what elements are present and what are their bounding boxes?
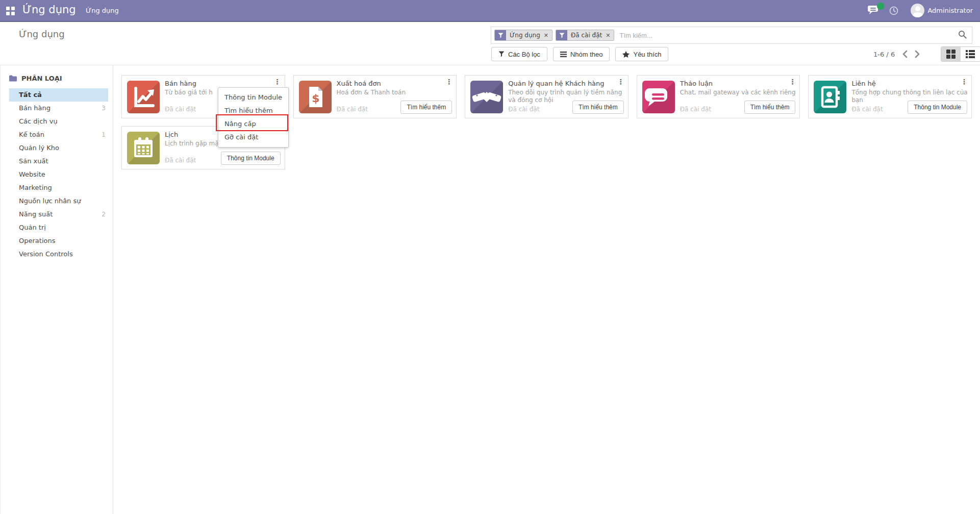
sidebar-item-marketing[interactable]: Marketing bbox=[1, 181, 113, 194]
app-status: Đã cài đặt bbox=[337, 106, 368, 113]
menu-item-learn-more[interactable]: Tìm hiểu thêm bbox=[218, 104, 288, 117]
pager-range: 1-6 / 6 bbox=[873, 51, 895, 58]
app-name: Bán hàng bbox=[165, 80, 272, 87]
topbar-app-title: Ứng dụng bbox=[22, 4, 76, 16]
app-status: Đã cài đặt bbox=[165, 106, 196, 113]
group-by-button[interactable]: Nhóm theo bbox=[553, 47, 610, 61]
sidebar-item-sales[interactable]: Bán hàng3 bbox=[1, 102, 113, 115]
app-summary: Hoá đơn & Thanh toán bbox=[337, 89, 455, 96]
module-info-button[interactable]: Thông tin Module bbox=[221, 152, 281, 165]
sidebar-item-productivity[interactable]: Năng suất2 bbox=[1, 208, 113, 221]
notification-badge: 1 bbox=[877, 3, 884, 10]
category-sidebar: PHÂN LOẠI Tất cả Bán hàng3 Các dịch vụ K… bbox=[0, 65, 113, 514]
learn-more-button[interactable]: Tìm hiểu thêm bbox=[744, 101, 796, 114]
facet-remove-icon[interactable]: ✕ bbox=[544, 32, 548, 39]
search-options-row: Các Bộ lọc Nhóm theo Yêu thích bbox=[491, 47, 668, 61]
svg-text:$: $ bbox=[312, 92, 319, 105]
search-bar: Ứng dụng ✕ Đã cài đặt ✕ bbox=[491, 27, 972, 44]
search-facet-apps[interactable]: Ứng dụng ✕ bbox=[494, 30, 552, 41]
chat-bubble-icon bbox=[642, 81, 675, 113]
address-book-icon bbox=[814, 81, 846, 113]
app-card-discuss[interactable]: Thảo luận Chat, mail gateway và các kênh… bbox=[637, 75, 800, 118]
topbar: Ứng dụng Ứng dụng 1 Administrator bbox=[0, 0, 980, 22]
odoo-apps-screen: Ứng dụng Ứng dụng 1 Administrator bbox=[0, 0, 980, 514]
filter-facet-icon bbox=[495, 30, 506, 40]
sidebar-item-inventory[interactable]: Quản lý Kho bbox=[1, 141, 113, 155]
app-card-invoicing[interactable]: $ Xuất hoá đơn Hoá đơn & Thanh toán Đã c… bbox=[293, 75, 457, 118]
topbar-right-cluster: 1 Administrator bbox=[868, 0, 980, 21]
kebab-menu-icon[interactable]: ⋮ bbox=[274, 78, 281, 86]
app-name: Thảo luận bbox=[680, 80, 788, 87]
page-title: Ứng dụng bbox=[19, 29, 65, 39]
calendar-icon bbox=[127, 132, 160, 164]
line-chart-icon bbox=[127, 81, 160, 113]
filters-button[interactable]: Các Bộ lọc bbox=[491, 47, 547, 61]
control-panel: Ứng dụng Ứng dụng ✕ Đã cài đặt ✕ bbox=[0, 22, 980, 65]
app-name: Liên hệ bbox=[851, 80, 959, 87]
clock-icon bbox=[889, 6, 898, 15]
sidebar-item-website[interactable]: Website bbox=[1, 168, 113, 181]
sidebar-item-hr[interactable]: Nguồn lực nhân sự bbox=[1, 194, 113, 208]
sidebar-section-header: PHÂN LOẠI bbox=[9, 75, 113, 82]
sidebar-item-services[interactable]: Các dịch vụ bbox=[1, 115, 113, 128]
avatar[interactable] bbox=[911, 4, 924, 17]
app-name: Quản lý quan hệ Khách hàng bbox=[508, 80, 616, 87]
pager-previous-button[interactable] bbox=[902, 50, 908, 58]
activities-button[interactable] bbox=[889, 6, 898, 15]
list-view-icon bbox=[966, 50, 975, 58]
kanban-view-button[interactable] bbox=[941, 47, 961, 61]
kebab-menu-icon[interactable]: ⋮ bbox=[445, 78, 453, 86]
user-menu[interactable]: Administrator bbox=[927, 7, 973, 14]
kebab-menu-icon[interactable]: ⋮ bbox=[961, 78, 968, 86]
sidebar-item-manufacturing[interactable]: Sản xuất bbox=[1, 155, 113, 168]
filter-facet-icon bbox=[556, 30, 567, 40]
sidebar-item-accounting[interactable]: Kế toán1 bbox=[1, 128, 113, 141]
card-context-menu: Thông tin Module Tìm hiểu thêm Nâng cấp … bbox=[218, 87, 289, 148]
star-icon bbox=[622, 51, 630, 58]
pager: 1-6 / 6 bbox=[873, 47, 920, 61]
apps-menu-icon[interactable] bbox=[6, 7, 15, 15]
app-card-crm[interactable]: Quản lý quan hệ Khách hàng Theo dõi quy … bbox=[465, 75, 629, 118]
search-facet-installed[interactable]: Đã cài đặt ✕ bbox=[556, 30, 614, 41]
app-name: Xuất hoá đơn bbox=[337, 80, 444, 87]
facet-body: Ứng dụng ✕ bbox=[506, 30, 552, 40]
kanban-view-icon bbox=[946, 50, 956, 59]
sidebar-item-operations[interactable]: Operations bbox=[1, 234, 113, 248]
sidebar-section-title: PHÂN LOẠI bbox=[21, 75, 62, 82]
app-summary: Chat, mail gateway và các kênh riêng bbox=[680, 89, 798, 96]
messages-button[interactable]: 1 bbox=[868, 5, 881, 17]
menu-item-upgrade[interactable]: Nâng cấp bbox=[218, 117, 288, 131]
sidebar-item-all[interactable]: Tất cả bbox=[9, 88, 108, 102]
app-status: Đã cài đặt bbox=[165, 157, 196, 164]
favorites-button[interactable]: Yêu thích bbox=[615, 47, 668, 61]
facet-body: Đã cài đặt ✕ bbox=[567, 30, 614, 40]
folder-icon bbox=[9, 75, 17, 82]
module-info-button[interactable]: Thông tin Module bbox=[908, 101, 967, 114]
menu-item-module-info[interactable]: Thông tin Module bbox=[218, 91, 288, 104]
kebab-menu-icon[interactable]: ⋮ bbox=[789, 78, 796, 86]
app-status: Đã cài đặt bbox=[508, 106, 539, 113]
kebab-menu-icon[interactable]: ⋮ bbox=[617, 78, 624, 86]
menu-item-uninstall[interactable]: Gỡ cài đặt bbox=[218, 131, 288, 144]
learn-more-button[interactable]: Tìm hiểu thêm bbox=[572, 101, 624, 114]
search-input[interactable] bbox=[618, 31, 958, 40]
app-status: Đã cài đặt bbox=[851, 106, 883, 113]
search-icon[interactable] bbox=[958, 30, 967, 41]
list-view-button[interactable] bbox=[961, 47, 980, 61]
topbar-menu-item-apps[interactable]: Ứng dụng bbox=[86, 7, 119, 14]
pager-next-button[interactable] bbox=[915, 50, 920, 58]
filter-icon bbox=[498, 51, 505, 57]
handshake-icon bbox=[470, 81, 503, 113]
sidebar-item-version-controls[interactable]: Version Controls bbox=[1, 248, 113, 261]
facet-remove-icon[interactable]: ✕ bbox=[606, 32, 610, 39]
view-switcher bbox=[941, 46, 980, 62]
facet-label: Đã cài đặt bbox=[571, 32, 602, 39]
app-status: Đã cài đặt bbox=[680, 106, 711, 113]
sidebar-item-administration[interactable]: Quản trị bbox=[1, 221, 113, 234]
invoice-icon: $ bbox=[299, 81, 332, 113]
facet-label: Ứng dụng bbox=[510, 32, 540, 39]
group-by-icon bbox=[560, 52, 567, 57]
learn-more-button[interactable]: Tìm hiểu thêm bbox=[400, 101, 452, 114]
app-card-contacts[interactable]: Liên hệ Tổng hợp chung thông tin liên lạ… bbox=[808, 75, 972, 118]
